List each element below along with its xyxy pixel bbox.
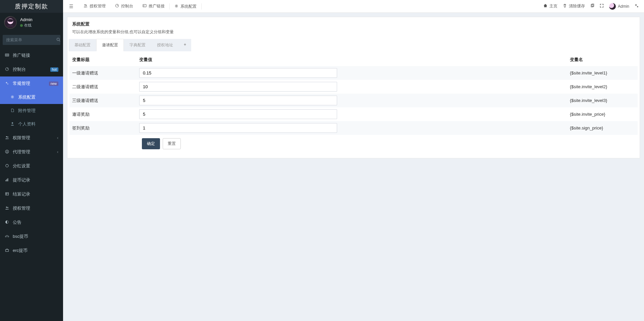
table-row: 签到奖励{$site.sign_price} (69, 121, 638, 135)
row-value-input[interactable] (139, 82, 337, 92)
svg-point-20 (6, 206, 7, 208)
top-tab-label: 授权管理 (90, 3, 106, 9)
sidebar-sublink[interactable]: 附件管理 (0, 104, 63, 117)
sidebar-link[interactable]: 授权管理 (0, 201, 63, 215)
svg-rect-29 (143, 4, 146, 7)
file-icon (10, 108, 15, 113)
top-tab[interactable]: 授权管理 (79, 3, 110, 9)
sidebar-link[interactable]: 代理管理‹ (0, 145, 63, 159)
svg-point-31 (176, 5, 177, 7)
home-label: 主页 (549, 3, 557, 9)
row-value-input[interactable] (139, 109, 337, 119)
sidebar-item-label: 控制台 (13, 66, 47, 72)
chevron-left-icon: ‹ (57, 150, 58, 154)
sidebar-item-label: erc提币 (13, 248, 58, 254)
row-value-input[interactable] (139, 123, 337, 133)
sidebar-subitem-label: 附件管理 (18, 108, 58, 114)
svg-point-30 (144, 5, 144, 6)
sidebar-sublink[interactable]: 系统配置 (0, 91, 63, 104)
svg-line-3 (59, 40, 60, 41)
sidebar-item: 分红设置 (0, 159, 63, 173)
copy-button[interactable] (590, 4, 594, 9)
avatar[interactable] (4, 16, 17, 29)
search-icon[interactable] (56, 38, 60, 43)
sidebar-link[interactable]: 推广链接 (0, 48, 63, 62)
reset-button[interactable]: 重置 (163, 138, 181, 149)
idcard-icon (143, 4, 147, 9)
half-icon (5, 220, 9, 225)
topbar-right: 主页 清除缓存 Admin (543, 3, 641, 10)
sidebar-link[interactable]: 提币记录 (0, 173, 63, 187)
sidebar-item: 提币记录 (0, 173, 63, 187)
bars-icon (5, 178, 9, 183)
row-title: 二级邀请赠送 (69, 80, 137, 94)
svg-rect-18 (8, 178, 8, 181)
submit-button[interactable]: 确定 (142, 138, 160, 149)
clearcache-label: 清除缓存 (569, 3, 585, 9)
sidebar-item: bsc提币 (0, 229, 63, 244)
sidebar-subitem: 附件管理 (0, 104, 63, 117)
row-value-cell (137, 121, 567, 135)
avatar-illustration (5, 17, 16, 28)
sidebar-link[interactable]: erc提币 (0, 244, 63, 258)
sidebar-link[interactable]: 公告 (0, 215, 63, 229)
sidebar-sublink[interactable]: 个人资料 (0, 117, 63, 131)
sidebar-item: 公告 (0, 215, 63, 229)
settings-gears-button[interactable] (635, 4, 639, 9)
sidebar-search[interactable] (3, 35, 60, 45)
svg-point-34 (635, 4, 637, 6)
home-link[interactable]: 主页 (543, 3, 557, 9)
expand-icon (600, 4, 604, 9)
sidebar-link[interactable]: 分红设置 (0, 159, 63, 173)
topbar-user[interactable]: Admin (609, 3, 629, 10)
main: ☰ 授权管理控制台推广链接系统配置 主页 清除缓存 (63, 0, 644, 321)
svg-rect-5 (6, 54, 8, 55)
sidebar-item-label: 提币记录 (13, 177, 58, 183)
config-tab[interactable]: 基础配置 (69, 39, 96, 51)
top-tab[interactable]: 控制台 (110, 3, 138, 9)
clearcache-link[interactable]: 清除缓存 (563, 3, 585, 9)
sidebar-item: 常规管理new系统配置附件管理个人资料 (0, 76, 63, 131)
top-tab-label: 推广链接 (149, 3, 165, 9)
top-tab[interactable]: 推广链接 (138, 3, 169, 9)
row-value-input[interactable] (139, 96, 337, 105)
fullscreen-button[interactable] (600, 4, 604, 9)
sidebar-item: 代理管理‹ (0, 145, 63, 159)
row-value-cell (137, 66, 567, 80)
cogs-icon (5, 81, 9, 86)
top-tab[interactable]: 系统配置 (169, 3, 202, 10)
config-tab[interactable]: 字典配置 (124, 39, 151, 51)
svg-point-2 (57, 38, 60, 41)
avatar-small (609, 3, 616, 10)
sidebar-badge: hot (50, 67, 58, 72)
sidebar-link[interactable]: bsc提币 (0, 229, 63, 244)
row-varname: {$site.invite_level1} (567, 66, 638, 80)
svg-point-8 (7, 84, 8, 84)
sidebar-item-label: 公告 (13, 219, 58, 225)
config-tab[interactable]: 授权地址 (151, 39, 179, 51)
row-title: 签到奖励 (69, 121, 137, 135)
config-tab-add[interactable]: + (179, 39, 191, 51)
row-varname: {$site.invite_price} (567, 107, 638, 121)
row-value-input[interactable] (139, 68, 337, 78)
form-table-wrap: 变量标题 变量值 变量名 一级邀请赠送{$site.invite_level1}… (67, 51, 640, 158)
config-tab[interactable]: 邀请配置 (96, 39, 124, 51)
col-title: 变量标题 (69, 53, 137, 66)
user-icon (10, 122, 15, 127)
sidebar-link[interactable]: 结算记录 (0, 187, 63, 201)
trash-icon (563, 4, 567, 9)
svg-rect-16 (6, 180, 6, 181)
svg-rect-4 (5, 54, 9, 56)
svg-point-26 (85, 4, 86, 6)
dash-icon (115, 4, 119, 9)
sidebar-link[interactable]: 权限管理‹ (0, 131, 63, 145)
sidebar-link[interactable]: 控制台hot (0, 62, 63, 76)
bike-icon (5, 234, 9, 239)
sidebar-item-label: 授权管理 (13, 205, 58, 211)
dash-icon (5, 67, 9, 72)
sidebar-link[interactable]: 常规管理new (0, 76, 63, 91)
search-input[interactable] (6, 38, 56, 42)
hamburger-icon[interactable]: ☰ (66, 4, 77, 9)
sidebar-item: erc提币 (0, 244, 63, 258)
content: 系统配置 可以在此增改系统的变量和分组,也可以自定义分组和变量 基础配置邀请配置… (63, 13, 644, 321)
